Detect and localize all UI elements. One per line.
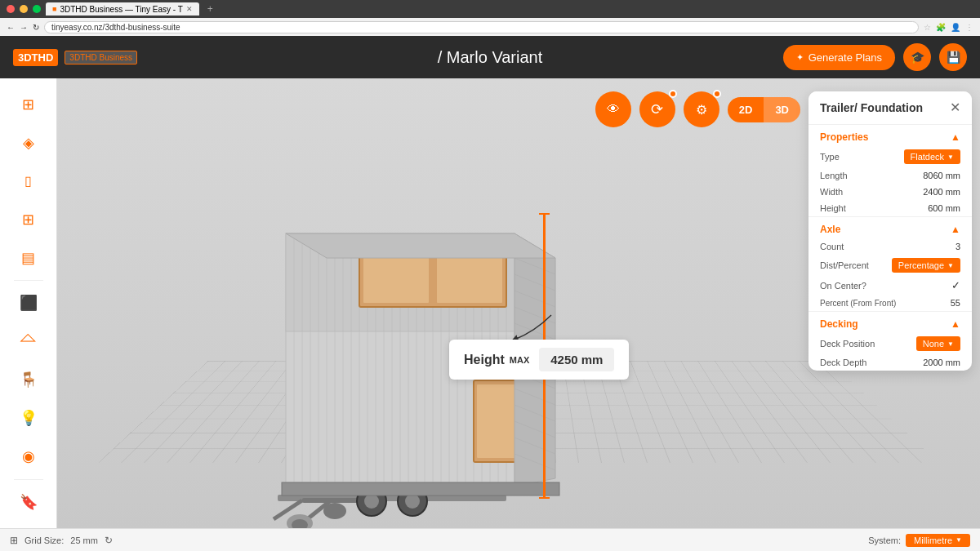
properties-collapse-icon: ▲ — [951, 131, 960, 143]
profile-icon[interactable]: 👤 — [951, 23, 960, 32]
axle-section: Axle ▲ Count 3 Dist/Percent Percentage O… — [808, 216, 972, 311]
oncenter-label: On Center? — [820, 281, 866, 291]
properties-title: Properties — [820, 131, 868, 143]
bookmark-star-icon[interactable]: ☆ — [924, 23, 931, 32]
panel-close-button[interactable]: ✕ — [950, 101, 960, 114]
sidebar-divider-1 — [14, 280, 43, 281]
win-max-btn[interactable] — [33, 5, 41, 13]
svg-rect-68 — [363, 254, 429, 303]
width-row: Width 2400 mm — [808, 184, 972, 200]
sidebar-item-door[interactable]: ▯ — [11, 163, 47, 198]
forward-btn[interactable]: → — [20, 23, 28, 32]
page-title: / Marlo Variant — [438, 48, 543, 67]
settings-badge — [713, 90, 721, 98]
oncenter-row: On Center? ✓ — [808, 276, 972, 295]
sidebar-item-cube[interactable]: ◈ — [11, 125, 47, 160]
tab-close-btn[interactable]: ✕ — [186, 5, 193, 13]
svg-rect-71 — [477, 384, 515, 458]
new-tab-btn[interactable]: + — [204, 3, 216, 15]
logo-3dthd: 3DTHD — [13, 49, 58, 66]
sidebar-item-layers[interactable]: ⊞ — [11, 87, 47, 122]
back-btn[interactable]: ← — [7, 23, 15, 32]
sidebar-item-paint[interactable]: ◉ — [11, 439, 47, 474]
count-value: 3 — [956, 242, 960, 251]
properties-section: Properties ▲ Type Flatdeck Length 8060 m… — [808, 124, 972, 216]
deck-depth-value: 2000 mm — [923, 358, 960, 367]
percent-row: Percent (From Front) 55 — [808, 295, 972, 311]
browser-chrome: ■ 3DTHD Business — Tiny Easy - T ✕ + — [0, 0, 980, 18]
address-input[interactable]: tinyeasy.co.nz/3dthd-business-suite — [44, 21, 919, 33]
help-button[interactable]: 🎓 — [903, 43, 931, 71]
decking-section-header[interactable]: Decking ▲ — [808, 312, 972, 333]
dist-value: Percentage — [898, 260, 944, 270]
save-icon: 💾 — [947, 51, 960, 64]
deck-position-label: Deck Position — [820, 339, 875, 349]
axle-section-header[interactable]: Axle ▲ — [808, 217, 972, 238]
svg-rect-87 — [282, 482, 559, 495]
deck-position-value: None — [923, 339, 944, 349]
svg-point-8 — [364, 494, 379, 509]
furniture-icon: 🪑 — [20, 371, 38, 389]
view-mode-toggle[interactable]: 2D 3D — [728, 97, 800, 122]
view-3d-button[interactable]: 3D — [764, 97, 800, 122]
view-2d-button[interactable]: 2D — [728, 97, 764, 122]
properties-section-header[interactable]: Properties ▲ — [808, 125, 972, 146]
dist-label: Dist/Percent — [820, 260, 869, 270]
length-value: 8060 mm — [923, 171, 960, 180]
generate-plans-button[interactable]: Generate Plans — [783, 45, 895, 70]
height-prop-value: 600 mm — [928, 203, 960, 213]
camera-view-button[interactable]: 👁 — [595, 91, 631, 127]
sidebar-item-furniture[interactable]: 🪑 — [11, 362, 47, 398]
viewport[interactable]: Height MAX 4250 mm 👁 ⟳ ⚙ 2D 3D — [57, 78, 980, 528]
oncenter-check[interactable]: ✓ — [951, 279, 960, 291]
dist-dropdown[interactable]: Percentage — [892, 258, 960, 273]
grid-refresh-button[interactable]: ↻ — [105, 535, 113, 546]
sidebar-item-ramp[interactable]: ◸ — [11, 324, 47, 359]
height-cap-bottom — [539, 497, 550, 499]
height-text: Height — [464, 353, 505, 367]
tab-favicon: ■ — [52, 5, 56, 13]
layers-icon: ⊞ — [22, 96, 34, 113]
type-value: Flatdeck — [911, 152, 945, 162]
extensions-icon[interactable]: 🧩 — [936, 23, 946, 32]
system-dropdown[interactable]: Millimetre — [906, 534, 970, 547]
app-header: 3DTHD 3DTHD Business / Marlo Variant Gen… — [0, 36, 980, 78]
height-max-text: MAX — [510, 355, 529, 365]
logo-area: 3DTHD 3DTHD Business — [13, 49, 137, 66]
deck-depth-label: Deck Depth — [820, 358, 866, 367]
trailer-foundation-panel: Trailer/ Foundation ✕ Properties ▲ Type … — [808, 91, 972, 371]
ramp-icon: ◸ — [18, 331, 38, 352]
rotate-view-button[interactable]: ⟳ — [639, 91, 675, 127]
height-value: 4250 mm — [539, 348, 614, 371]
menu-icon[interactable]: ⋮ — [965, 23, 973, 32]
bookmark-icon: 🔖 — [20, 493, 38, 511]
browser-tab[interactable]: ■ 3DTHD Business — Tiny Easy - T ✕ — [46, 2, 199, 16]
reload-btn[interactable]: ↻ — [33, 23, 39, 32]
svg-point-10 — [405, 494, 420, 509]
floor-icon: ⬛ — [20, 294, 38, 312]
sidebar-item-floor[interactable]: ⬛ — [11, 286, 47, 321]
decking-section: Decking ▲ Deck Position None Deck Depth … — [808, 311, 972, 371]
cube-icon: ◈ — [23, 134, 34, 152]
win-min-btn[interactable] — [20, 5, 28, 13]
sidebar-item-bookmark[interactable]: 🔖 — [11, 485, 47, 520]
save-button[interactable]: 💾 — [939, 43, 967, 71]
deck-position-dropdown[interactable]: None — [916, 336, 960, 351]
trailer-tongue — [274, 495, 506, 528]
win-close-btn[interactable] — [7, 5, 15, 13]
sidebar-item-window[interactable]: ⊞ — [11, 202, 47, 237]
height-cap-top — [539, 213, 550, 215]
width-label: Width — [820, 187, 843, 197]
settings-view-button[interactable]: ⚙ — [684, 91, 719, 127]
view-controls: 👁 ⟳ ⚙ 2D 3D — [595, 91, 800, 127]
percent-label: Percent (From Front) — [820, 299, 896, 308]
wall-icon: ▤ — [21, 249, 35, 267]
sidebar-item-light[interactable]: 💡 — [11, 401, 47, 436]
length-label: Length — [820, 171, 848, 180]
count-row: Count 3 — [808, 238, 972, 255]
sidebar-item-wall[interactable]: ▤ — [11, 240, 47, 275]
height-label: Height — [820, 203, 846, 213]
width-value: 2400 mm — [923, 187, 960, 197]
settings-icon: ⚙ — [696, 102, 707, 118]
type-dropdown[interactable]: Flatdeck — [904, 149, 961, 164]
